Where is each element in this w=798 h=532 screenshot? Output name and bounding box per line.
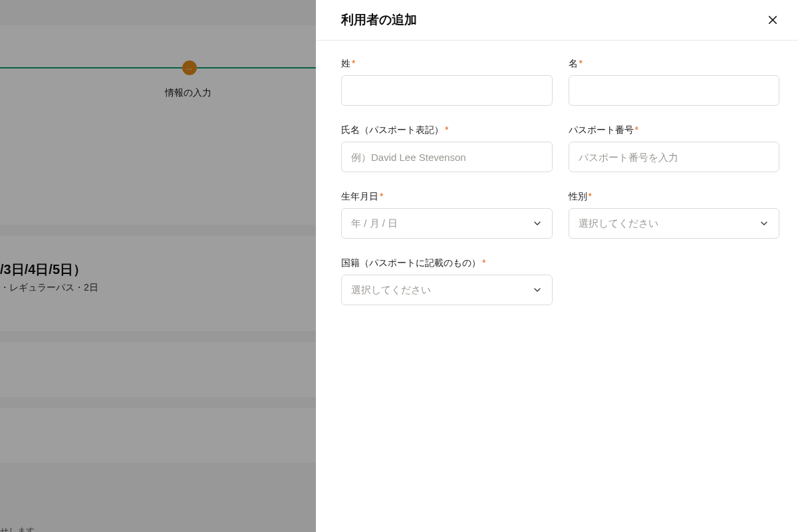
close-button[interactable] — [763, 11, 782, 29]
gender-placeholder: 選択してください — [579, 217, 658, 230]
passport-number-input[interactable] — [569, 142, 780, 172]
label-full-name-passport: 氏名（パスポート表記）* — [341, 124, 553, 136]
row-passport: 氏名（パスポート表記）* パスポート番号* — [341, 124, 779, 172]
field-birthdate: 生年月日* 年 / 月 / 日 — [341, 191, 553, 239]
required-marker: * — [589, 191, 592, 201]
required-marker: * — [635, 124, 638, 135]
row-name: 姓* 名* — [341, 58, 779, 106]
field-gender: 性別* 選択してください — [569, 191, 780, 239]
label-gender: 性別* — [569, 191, 780, 203]
row-nationality: 国籍（パスポートに記載のもの）* 選択してください — [341, 257, 779, 305]
modal-header: 利用者の追加 — [316, 0, 798, 41]
field-passport-number: パスポート番号* — [569, 124, 780, 172]
close-icon — [767, 14, 779, 26]
required-marker: * — [380, 191, 383, 201]
field-nationality: 国籍（パスポートに記載のもの）* 選択してください — [341, 257, 553, 305]
nationality-placeholder: 選択してください — [351, 284, 431, 297]
field-first-name: 名* — [569, 58, 780, 106]
row-birth-gender: 生年月日* 年 / 月 / 日 性別* 選択してください — [341, 191, 779, 239]
required-marker: * — [482, 257, 485, 268]
full-name-passport-input[interactable] — [341, 142, 553, 172]
required-marker: * — [579, 58, 583, 68]
chevron-down-icon — [532, 218, 543, 229]
label-last-name: 姓* — [341, 58, 553, 70]
last-name-input[interactable] — [341, 75, 553, 106]
label-birthdate: 生年月日* — [341, 191, 553, 203]
gender-select[interactable]: 選択してください — [569, 208, 780, 239]
field-full-name-passport: 氏名（パスポート表記）* — [341, 124, 553, 172]
label-passport-number: パスポート番号* — [569, 124, 780, 136]
chevron-down-icon — [532, 285, 543, 295]
field-last-name: 姓* — [341, 58, 553, 106]
add-user-modal: 利用者の追加 姓* 名* 氏名（パスポート表記）* パスポート番号* — [316, 0, 798, 532]
modal-body: 姓* 名* 氏名（パスポート表記）* パスポート番号* 生年月日* 年 — [316, 41, 798, 323]
birthdate-picker[interactable]: 年 / 月 / 日 — [341, 208, 553, 239]
label-nationality: 国籍（パスポートに記載のもの）* — [341, 257, 553, 269]
modal-title: 利用者の追加 — [341, 11, 417, 29]
required-marker: * — [352, 58, 355, 68]
nationality-select[interactable]: 選択してください — [341, 275, 553, 305]
chevron-down-icon — [759, 218, 769, 229]
birthdate-placeholder: 年 / 月 / 日 — [351, 217, 398, 230]
label-first-name: 名* — [569, 58, 780, 70]
first-name-input[interactable] — [569, 75, 780, 106]
required-marker: * — [445, 124, 448, 135]
